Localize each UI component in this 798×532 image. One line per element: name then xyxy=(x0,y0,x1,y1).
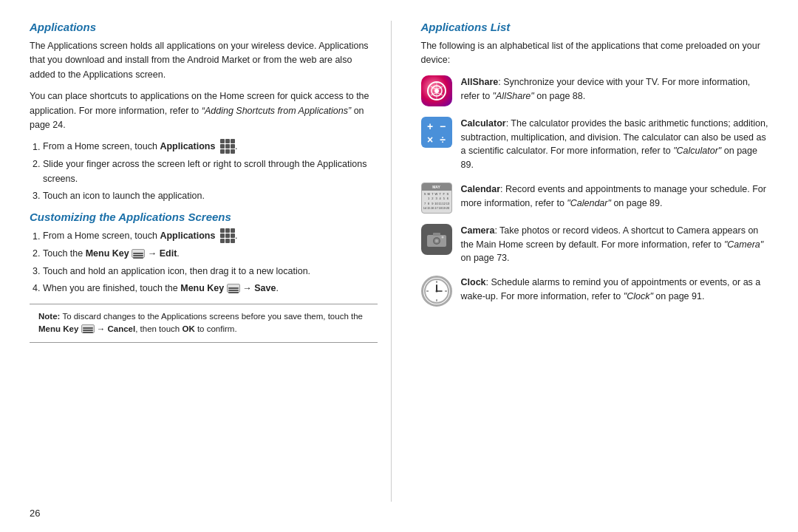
svg-point-16 xyxy=(435,239,438,242)
left-step2-1: From a Home screen, touch Applications . xyxy=(43,229,378,244)
menu-key-label-2: Menu Key xyxy=(180,283,224,293)
svg-rect-2 xyxy=(133,257,143,259)
note-ok-label: OK xyxy=(182,324,194,333)
calendar-desc: Calendar: Record events and appointments… xyxy=(461,183,769,211)
note-menu-key-icon xyxy=(81,324,95,333)
calculator-desc: Calculator: The calculator provides the … xyxy=(461,117,769,172)
menu-key-label-1: Menu Key xyxy=(86,248,129,259)
app-item-allshare: AllShare: Synchronize your device with y… xyxy=(421,75,769,106)
app-item-calculator: + − × ÷ Calculator: The calculator provi… xyxy=(421,117,769,172)
right-intro: The following is an alphabetical list of… xyxy=(421,39,769,68)
left-step1-1-bold: Applications xyxy=(160,142,215,152)
left-steps2: From a Home screen, touch Applications .… xyxy=(43,229,378,296)
calculator-link: "Calculator" xyxy=(673,146,721,156)
clock-name: Clock xyxy=(461,277,486,287)
columns: Applications The Applications screen hol… xyxy=(30,21,768,502)
app-item-camera: Camera: Take photos or record videos. A … xyxy=(421,224,769,265)
svg-point-26 xyxy=(435,290,437,293)
calc-plus: + xyxy=(426,121,435,132)
svg-rect-17 xyxy=(433,233,440,236)
calc-minus: − xyxy=(438,121,448,132)
note-arrow: → xyxy=(97,324,108,333)
allshare-icon xyxy=(421,75,452,106)
cal-body: SMTWTFS 123456 78910111213 1415161718192… xyxy=(422,191,451,213)
calendar-link: "Calendar" xyxy=(567,198,611,208)
clock-link: "Clock" xyxy=(624,291,653,301)
clock-icon xyxy=(421,276,452,307)
left-step1-2: Slide your finger across the screen left… xyxy=(43,157,378,186)
allshare-link: "AllShare" xyxy=(493,91,534,101)
save-label: Save xyxy=(254,283,276,293)
svg-rect-5 xyxy=(228,292,239,293)
calendar-name: Calendar xyxy=(461,184,501,194)
right-column: Applications List The following is an al… xyxy=(415,21,769,502)
svg-rect-6 xyxy=(83,327,93,329)
svg-rect-8 xyxy=(83,332,93,333)
arrow-2: → xyxy=(242,283,254,293)
allshare-name: AllShare xyxy=(461,77,499,87)
svg-rect-0 xyxy=(133,253,143,254)
app-item-clock: Clock: Schedule alarms to remind you of … xyxy=(421,276,769,307)
left-title: Applications xyxy=(30,21,378,33)
calculator-name: Calculator xyxy=(461,118,506,129)
calc-times: × xyxy=(426,134,435,145)
left-step2-4: When you are finished, touch the Menu Ke… xyxy=(43,282,378,296)
note-cancel-label: Cancel xyxy=(107,324,135,333)
menu-key-icon-2 xyxy=(227,284,240,293)
left-step1-1: From a Home screen, touch Applications . xyxy=(43,140,378,154)
edit-label: Edit xyxy=(160,248,177,259)
right-title: Applications List xyxy=(421,21,769,33)
note-menu-key-label: Menu Key xyxy=(38,324,78,333)
page: Applications The Applications screen hol… xyxy=(0,0,798,532)
camera-name: Camera xyxy=(461,225,495,236)
calculator-icon: + − × ÷ xyxy=(421,117,452,148)
camera-desc: Camera: Take photos or record videos. A … xyxy=(461,224,769,265)
note-box: Note: To discard changes to the Applicat… xyxy=(30,304,378,344)
left-step1-3: Touch an icon to launch the application. xyxy=(43,189,378,203)
page-number: 26 xyxy=(30,508,40,519)
left-steps1: From a Home screen, touch Applications .… xyxy=(43,140,378,203)
apps-grid-icon-2 xyxy=(220,228,235,243)
left-subtitle: Customizing the Applications Screens xyxy=(30,211,378,223)
svg-rect-3 xyxy=(228,287,239,289)
svg-point-18 xyxy=(441,236,443,238)
cal-header: MAY xyxy=(422,183,451,191)
svg-rect-1 xyxy=(133,255,143,256)
left-intro2: You can place shortcuts to applications … xyxy=(30,89,378,132)
left-intro2-italic: “Adding Shortcuts from Applications” xyxy=(202,106,351,116)
camera-icon xyxy=(421,224,452,255)
arrow-1: → xyxy=(148,248,160,259)
svg-rect-4 xyxy=(228,290,239,291)
camera-link: "Camera" xyxy=(724,239,763,250)
svg-rect-7 xyxy=(83,330,93,331)
left-intro1: The Applications screen holds all applic… xyxy=(30,39,378,82)
allshare-desc: AllShare: Synchronize your device with y… xyxy=(461,75,769,103)
clock-desc: Clock: Schedule alarms to remind you of … xyxy=(461,276,769,304)
left-step2-2: Touch the Menu Key → Edit. xyxy=(43,247,378,261)
calc-div: ÷ xyxy=(438,134,448,145)
left-step2-3: Touch and hold an application icon, then… xyxy=(43,265,378,279)
left-step2-1-bold: Applications xyxy=(160,231,215,242)
app-item-calendar: MAY SMTWTFS 123456 78910111213 141516171… xyxy=(421,183,769,214)
menu-key-icon-1 xyxy=(132,249,145,258)
left-column: Applications The Applications screen hol… xyxy=(30,21,392,502)
page-footer: 26 xyxy=(30,502,768,519)
note-label: Note: To discard changes to the Applicat… xyxy=(38,312,363,334)
apps-grid-icon-1 xyxy=(220,139,235,154)
calendar-icon: MAY SMTWTFS 123456 78910111213 141516171… xyxy=(421,183,452,214)
